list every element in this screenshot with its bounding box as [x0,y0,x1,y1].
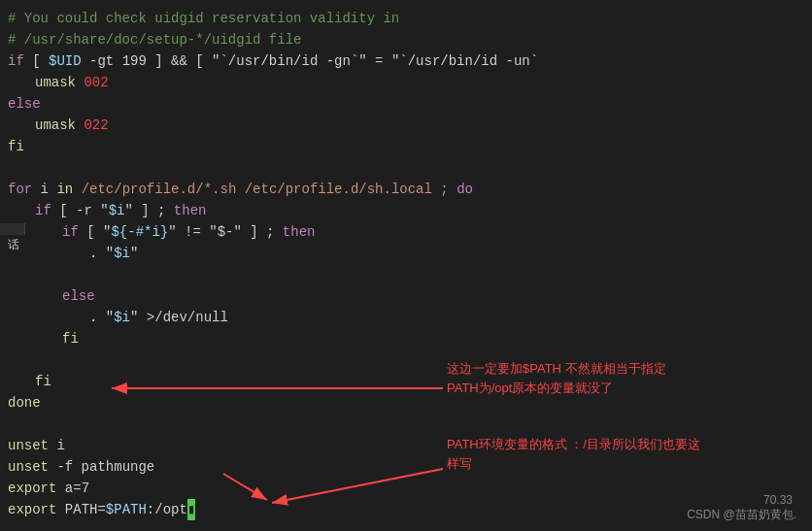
annotation-2-text: PATH环境变量的格式 ：/目录所以我们也要这样写 [447,437,700,471]
code-token: . " [89,307,114,328]
code-token: a=7 [56,478,89,499]
code-token: " [130,243,138,264]
code-token: for [8,179,32,200]
code-token: 022 [84,115,108,136]
code-line [0,264,812,285]
code-token: if [62,221,79,243]
code-token: [ -r " [51,200,109,221]
code-line: if [ "${-#*i}" != "$-" ] ; then [0,221,812,243]
code-token: -f pathmunge [49,456,154,478]
code-editor: # You could check uidgid reservation val… [0,0,812,531]
code-token: [ [24,50,49,72]
code-token: if [8,50,24,72]
code-token: -gt 199 ] && [ "`/usr/bin/id -gn`" = "`/… [82,50,538,72]
annotation-2: PATH环境变量的格式 ：/目录所以我们也要这样写 [447,435,777,473]
code-token: if [35,200,51,221]
code-line: # /usr/share/doc/setup-*/uidgid file [0,29,812,50]
code-token: unset [8,456,49,478]
code-token: fi [35,371,51,392]
code-token: i [49,435,65,456]
code-line: else [0,285,812,307]
line-number-text: 70.33 [763,493,793,507]
code-token: umask [35,115,76,136]
code-token: in [56,179,73,200]
code-token: fi [8,136,24,157]
code-token: # You could check uidgid reservation val… [8,8,399,29]
code-line: # You could check uidgid reservation val… [0,8,812,29]
code-token: then [174,200,207,221]
code-token: do [457,179,473,200]
code-line: if [ -r "$i" ] ; then [0,200,812,221]
code-line: else [0,93,812,115]
code-line: for i in /etc/profile.d/*.sh /etc/profil… [0,179,812,200]
code-token [76,115,84,136]
code-token: export [8,499,56,520]
code-token: $i [109,200,125,221]
code-token: ▮ [187,499,195,520]
code-token: $i [114,307,130,328]
code-token: $UID [49,50,82,72]
code-token: 002 [84,72,108,93]
code-token: i [32,179,56,200]
annotation-1-text: 这边一定要加$PATH 不然就相当于指定PATH为/opt原本的变量就没了 [447,361,666,395]
code-token: $PATH [106,499,147,520]
code-token: else [8,93,41,115]
code-token: # /usr/share/doc/setup-*/uidgid file [8,29,301,50]
code-token: umask [35,72,76,93]
code-token: PATH= [56,499,105,520]
code-line: if [ $UID -gt 199 ] && [ "`/usr/bin/id -… [0,50,812,72]
watermark-text: CSDN @苗苗奶黄包. [687,508,796,521]
code-line: fi [0,136,812,157]
code-token: /etc/profile.d/*.sh /etc/profile.d/sh.lo… [73,179,457,200]
code-token: $i [114,243,130,264]
code-line: export a=7 [0,478,812,499]
code-token: . " [89,243,114,264]
code-token: then [283,221,316,243]
code-line: umask 022 [0,115,812,136]
sidebar-tab[interactable]: 话 [0,223,25,235]
code-token: " ] ; [124,200,173,221]
code-line: fi [0,328,812,349]
code-token: export [8,478,56,499]
code-token: " >/dev/null [130,307,228,328]
code-token [76,72,84,93]
code-line [0,157,812,179]
code-token: fi [62,328,79,349]
line-number-indicator: 70.33 [763,493,793,507]
code-token: " != "$-" ] ; [168,221,283,243]
code-token: ${-#*i} [111,221,168,243]
code-line: . "$i" [0,243,812,264]
code-token: unset [8,435,49,456]
watermark: CSDN @苗苗奶黄包. [687,507,796,523]
code-line [0,414,812,435]
code-line: umask 002 [0,72,812,93]
code-token: [ " [79,221,112,243]
annotation-1: 这边一定要加$PATH 不然就相当于指定PATH为/opt原本的变量就没了 [447,359,777,397]
code-token: done [8,392,41,414]
code-token: else [62,285,95,307]
code-line: . "$i" >/dev/null [0,307,812,328]
code-token: :/opt [147,499,187,520]
